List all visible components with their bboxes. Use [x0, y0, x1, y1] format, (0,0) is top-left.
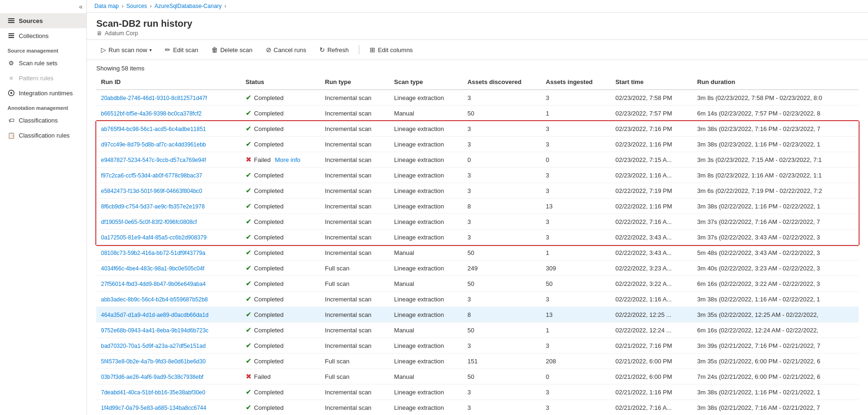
run-id-link[interactable]: ab765f94-bc98-56c1-acd5-6c4adbe11851 — [101, 126, 206, 132]
table-row[interactable]: 03b7f3d6-ae26-4af6-9ad9-5c38c7938ebf✖Fai… — [96, 369, 859, 384]
table-row[interactable]: bad70320-70a1-5d9f-a23a-a27df5e151ad✔Com… — [96, 338, 859, 354]
breadcrumb-data-map[interactable]: Data map — [94, 3, 119, 9]
status-ok-icon: ✔ — [246, 295, 252, 303]
sidebar-item-classification-rules-label: Classification rules — [19, 132, 70, 139]
table-row[interactable]: 4034f66c-4be4-483c-98a1-9bc0e505c04f✔Com… — [96, 261, 859, 276]
cell-run-type: Incremental scan — [320, 183, 389, 199]
table-row[interactable]: 9752e68b-0943-4a41-8eba-9b194d6b723c✔Com… — [96, 323, 859, 338]
run-id-link[interactable]: 08108c73-59b2-416a-bb72-51df9f43779a — [101, 250, 205, 256]
run-id-link[interactable]: 20abdb8e-2746-46d1-9310-8c812571d47f — [101, 95, 207, 101]
run-id-link[interactable]: 4034f66c-4be4-483c-98a1-9bc0e505c04f — [101, 265, 204, 272]
cell-run-type: Incremental scan — [320, 106, 389, 121]
table-row[interactable]: df19055f-0e65-5c0f-83f2-f096fc0808cf✔Com… — [96, 214, 859, 230]
cell-assets-ingested: 208 — [541, 354, 611, 369]
run-scan-icon: ▷ — [101, 46, 106, 54]
delete-scan-button[interactable]: 🗑 Delete scan — [207, 44, 257, 56]
sidebar-item-scan-rule-sets-label: Scan rule sets — [19, 60, 57, 67]
cell-assets-ingested: 3 — [541, 400, 611, 415]
run-id-link[interactable]: 464a35d7-d1a9-4d1d-ae89-d0acdb66da1d — [101, 312, 209, 318]
cell-start-time: 02/22/2022, 3:22 A... — [611, 276, 692, 292]
status-text: Completed — [254, 358, 284, 365]
breadcrumb-sep-2: › — [150, 3, 152, 9]
run-id-link[interactable]: abb3adec-8b9c-56c4-b2b4-b559687b52b8 — [101, 296, 208, 303]
table-row[interactable]: 464a35d7-d1a9-4d1d-ae89-d0acdb66da1d✔Com… — [96, 307, 859, 323]
run-id-link[interactable]: e5842473-f13d-501f-969f-04663f804bc0 — [101, 188, 202, 194]
run-id-link[interactable]: b66512bf-bf5e-4a36-9398-bc0ca378fcf2 — [101, 110, 202, 117]
run-id-link[interactable]: df19055f-0e65-5c0f-83f2-f096fc0808cf — [101, 219, 197, 225]
cancel-runs-button[interactable]: ⊘ Cancel runs — [261, 44, 311, 56]
cell-scan-type: Lineage extraction — [389, 384, 463, 400]
cell-assets-discovered: 50 — [463, 276, 541, 292]
cell-assets-ingested: 0 — [541, 152, 611, 168]
run-id-link[interactable]: bad70320-70a1-5d9f-a23a-a27df5e151ad — [101, 343, 206, 349]
cell-start-time: 02/22/2022, 12:25 ... — [611, 307, 692, 323]
table-row[interactable]: d97cc49e-8d79-5d8b-af7c-ac4dd3961ebb✔Com… — [96, 137, 859, 152]
sidebar-item-pattern-rules[interactable]: ≡ Pattern rules — [0, 70, 86, 85]
sidebar-collapse-button[interactable]: « — [0, 0, 86, 13]
table-row[interactable]: 27f56014-fbd3-4dd9-8b47-9b06e649aba4✔Com… — [96, 276, 859, 292]
cell-run-type: Full scan — [320, 354, 389, 369]
sidebar-item-integration-runtimes[interactable]: Integration runtimes — [0, 85, 86, 100]
main-content: Data map › Sources › AzureSqlDatabase-Ca… — [87, 0, 868, 415]
table-row[interactable]: ab765f94-bc98-56c1-acd5-6c4adbe11851✔Com… — [96, 121, 859, 137]
sidebar-item-sources[interactable]: Sources — [0, 13, 86, 28]
cell-scan-type: Manual — [389, 276, 463, 292]
table-row[interactable]: 0a172505-81e9-4af4-85a5-cc6b2d908379✔Com… — [96, 230, 859, 245]
table-row[interactable]: 5f4573e8-0b2e-4a7b-9fd3-8e0d61be6d30✔Com… — [96, 354, 859, 369]
run-scan-button[interactable]: ▷ Run scan now ▾ — [96, 44, 156, 56]
table-row[interactable]: 7deabd41-40ca-51bf-bb16-35e38abf30e0✔Com… — [96, 384, 859, 400]
run-id-link[interactable]: 9752e68b-0943-4a41-8eba-9b194d6b723c — [101, 327, 209, 334]
col-run-type: Run type — [320, 75, 389, 90]
table-row[interactable]: abb3adec-8b9c-56c4-b2b4-b559687b52b8✔Com… — [96, 292, 859, 307]
run-id-link[interactable]: 7deabd41-40ca-51bf-bb16-35e38abf30e0 — [101, 389, 205, 396]
cell-run-duration: 3m 39s (02/21/2022, 7:16 PM - 02/21/2022… — [692, 338, 859, 354]
table-row[interactable]: 8f6cb9d9-c754-5d37-ae9c-fb357e2e1978✔Com… — [96, 199, 859, 214]
cell-status: ✔Completed — [241, 323, 320, 338]
cell-start-time: 02/22/2022, 3:23 A... — [611, 261, 692, 276]
cell-run-id: df19055f-0e65-5c0f-83f2-f096fc0808cf — [96, 214, 241, 230]
table-row[interactable]: 1f4d99c7-0a79-5e83-a685-134ba8cc6744✔Com… — [96, 400, 859, 415]
table-row[interactable]: 20abdb8e-2746-46d1-9310-8c812571d47f✔Com… — [96, 90, 859, 106]
run-id-link[interactable]: 5f4573e8-0b2e-4a7b-9fd3-8e0d61be6d30 — [101, 358, 206, 365]
sidebar-item-classification-rules[interactable]: 📋 Classification rules — [0, 128, 86, 143]
cell-run-type: Incremental scan — [320, 400, 389, 415]
run-id-link[interactable]: 1f4d99c7-0a79-5e83-a685-134ba8cc6744 — [101, 405, 206, 411]
run-id-link[interactable]: 8f6cb9d9-c754-5d37-ae9c-fb357e2e1978 — [101, 203, 205, 210]
table-row[interactable]: 08108c73-59b2-416a-bb72-51df9f43779a✔Com… — [96, 245, 859, 261]
table-row[interactable]: e9487827-5234-547c-9ccb-d57ca769e94f✖Fai… — [96, 152, 859, 168]
edit-columns-button[interactable]: ⊞ Edit columns — [365, 44, 417, 56]
refresh-button[interactable]: ↻ Refresh — [315, 44, 354, 56]
more-info-link[interactable]: More info — [275, 156, 300, 163]
cell-run-id: e9487827-5234-547c-9ccb-d57ca769e94f — [96, 152, 241, 168]
sidebar-item-scan-rule-sets[interactable]: ⚙ Scan rule sets — [0, 55, 86, 70]
table-row[interactable]: f97c2ca6-ccf5-53d4-ab0f-6778c98bac37✔Com… — [96, 168, 859, 183]
breadcrumb-sources[interactable]: Sources — [126, 3, 147, 9]
run-id-link[interactable]: 27f56014-fbd3-4dd9-8b47-9b06e649aba4 — [101, 281, 206, 287]
cell-status: ✔Completed — [241, 354, 320, 369]
status-text: Completed — [254, 249, 284, 256]
table-row[interactable]: b66512bf-bf5e-4a36-9398-bc0ca378fcf2✔Com… — [96, 106, 859, 121]
run-id-link[interactable]: 0a172505-81e9-4af4-85a5-cc6b2d908379 — [101, 234, 207, 241]
status-ok-icon: ✔ — [246, 388, 252, 396]
status-ok-icon: ✔ — [246, 233, 252, 241]
run-id-link[interactable]: 03b7f3d6-ae26-4af6-9ad9-5c38c7938ebf — [101, 374, 203, 380]
sidebar-item-collections[interactable]: Collections — [0, 28, 86, 43]
cell-run-id: abb3adec-8b9c-56c4-b2b4-b559687b52b8 — [96, 292, 241, 307]
cell-scan-type: Lineage extraction — [389, 90, 463, 106]
cell-status: ✖FailedMore info — [241, 152, 320, 168]
collections-icon — [8, 32, 15, 39]
cell-run-type: Incremental scan — [320, 307, 389, 323]
cell-start-time: 02/23/2022, 1:16 A... — [611, 168, 692, 183]
table-row[interactable]: e5842473-f13d-501f-969f-04663f804bc0✔Com… — [96, 183, 859, 199]
classifications-icon: 🏷 — [8, 116, 15, 124]
svg-point-4 — [10, 92, 12, 94]
edit-scan-button[interactable]: ✏ Edit scan — [160, 44, 202, 56]
run-id-link[interactable]: d97cc49e-8d79-5d8b-af7c-ac4dd3961ebb — [101, 141, 206, 148]
breadcrumb-azure-sql[interactable]: AzureSqlDatabase-Canary — [155, 3, 222, 9]
sidebar-item-classifications[interactable]: 🏷 Classifications — [0, 113, 86, 128]
cell-assets-ingested: 1 — [541, 106, 611, 121]
run-id-link[interactable]: e9487827-5234-547c-9ccb-d57ca769e94f — [101, 157, 206, 163]
run-id-link[interactable]: f97c2ca6-ccf5-53d4-ab0f-6778c98bac37 — [101, 172, 202, 179]
cell-run-duration: 3m 38s (02/21/2022, 7:16 AM - 02/21/2022… — [692, 400, 859, 415]
cell-run-id: 1f4d99c7-0a79-5e83-a685-134ba8cc6744 — [96, 400, 241, 415]
